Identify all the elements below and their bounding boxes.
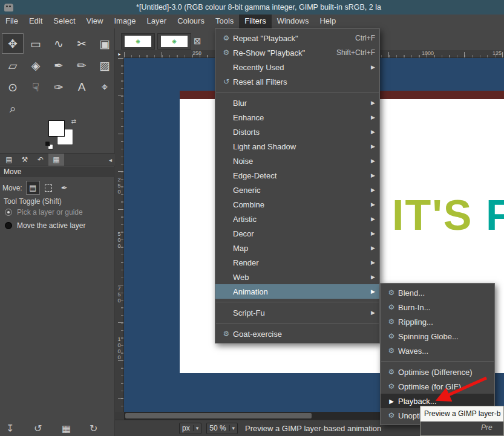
menu-item-label: Decor: [233, 229, 254, 238]
filters-menu-item-script-fu[interactable]: Script-Fu ▶: [215, 305, 379, 320]
tool-shear-button[interactable]: ▱: [2, 55, 24, 76]
ruler-label: 1000: [422, 50, 434, 56]
tool-move-button[interactable]: ✥: [2, 33, 24, 54]
filters-menu-item-animation[interactable]: Animation ▶: [215, 284, 379, 299]
submenu-arrow-icon: ▶: [371, 172, 375, 178]
menu-edit[interactable]: Edit: [24, 15, 48, 28]
menu-help[interactable]: Help: [314, 15, 341, 28]
filters-menu-item-reset[interactable]: ↺ Reset all Filters: [215, 74, 379, 89]
tool-colour-picker-button[interactable]: ⌖: [94, 77, 116, 97]
unit-select[interactable]: px ▾: [179, 423, 201, 434]
filters-menu-item-artistic[interactable]: Artistic ▶: [215, 212, 379, 226]
submenu-arrow-icon: ▶: [371, 230, 375, 236]
images-icon[interactable]: ▦: [56, 423, 83, 434]
filters-menu-item-reshow[interactable]: ⚙ Re-Show "Playback" Shift+Ctrl+F: [215, 45, 379, 60]
tool-paintbrush-button[interactable]: ✏: [71, 55, 93, 76]
tool-crop-button[interactable]: ▣: [94, 33, 116, 54]
menu-item-label: Render: [233, 258, 259, 267]
tool-ink-button[interactable]: ✒: [48, 55, 70, 76]
menu-view[interactable]: View: [81, 15, 109, 28]
image-tab-1[interactable]: ❋: [121, 33, 155, 50]
animation-menu-item-burn-in[interactable]: ⚙ Burn-In...: [381, 300, 494, 314]
filters-menu-item-enhance[interactable]: Enhance ▶: [215, 110, 379, 125]
tool-eraser-button[interactable]: ▨: [94, 55, 116, 76]
menu-tools[interactable]: Tools: [210, 15, 239, 28]
tool-rectangle-select-button[interactable]: ▭: [25, 33, 47, 54]
filters-menu-item-web[interactable]: Web ▶: [215, 270, 379, 284]
menu-filters[interactable]: Filters: [239, 15, 271, 28]
swap-colours-icon[interactable]: ⇄: [71, 118, 76, 125]
vertical-ruler[interactable]: 250 500 750 1000: [115, 58, 124, 412]
menu-file[interactable]: File: [0, 15, 24, 28]
radio-checked-icon[interactable]: [5, 209, 12, 216]
filters-menu-item-repeat[interactable]: ⚙ Repeat "Playback" Ctrl+F: [215, 31, 379, 45]
tool-clone-button[interactable]: ⊙: [2, 77, 24, 97]
dock-collapse-icon[interactable]: ◂: [109, 157, 112, 163]
chevron-down-icon[interactable]: ▾: [193, 425, 199, 431]
zoom-select[interactable]: 50 % ▾: [206, 423, 238, 434]
image-tab-2[interactable]: ❋: [157, 33, 191, 50]
tool-free-select-button[interactable]: ∿: [48, 33, 70, 54]
menu-item-label: Rippling...: [398, 317, 433, 327]
filters-menu-item-blur[interactable]: Blur ▶: [215, 96, 379, 110]
tool-scissors-select-button[interactable]: ✂: [71, 33, 93, 54]
filters-menu-item-recently-used[interactable]: Recently Used ▶: [215, 60, 379, 74]
dock-tab-tool-options[interactable]: ▤: [1, 154, 17, 166]
filters-menu-item-noise[interactable]: Noise ▶: [215, 154, 379, 168]
filters-menu-item-render[interactable]: Render ▶: [215, 255, 379, 270]
menu-item-label: Goat-exercise: [233, 330, 282, 339]
tool-zoom-button[interactable]: ⌕: [2, 99, 24, 119]
colour-swatches[interactable]: ⇄: [45, 118, 77, 151]
ruler-label: 500: [116, 231, 122, 249]
scroll-corner-button[interactable]: [115, 412, 124, 420]
submenu-arrow-icon: ▶: [371, 158, 375, 164]
dock-tab-images[interactable]: ▦: [48, 154, 64, 166]
scrollbar-handle[interactable]: [125, 413, 312, 418]
filters-menu-item-map[interactable]: Map ▶: [215, 241, 379, 255]
filters-menu-item-light-and-shadow[interactable]: Light and Shadow ▶: [215, 139, 379, 154]
menu-item-label: Re-Show "Playback": [233, 48, 305, 57]
save-icon[interactable]: ↧: [0, 423, 28, 434]
filters-menu-item-combine[interactable]: Combine ▶: [215, 197, 379, 212]
tool-paths-button[interactable]: ✑: [48, 77, 70, 97]
menu-windows[interactable]: Windows: [272, 15, 315, 28]
filters-menu-item-edge-detect[interactable]: Edge-Detect ▶: [215, 168, 379, 183]
animation-menu-item-spinning-globe[interactable]: ⚙ Spinning Globe...: [381, 329, 494, 343]
foreground-colour-swatch[interactable]: [48, 120, 65, 137]
tool-bucket-fill-button[interactable]: ◈: [25, 55, 47, 76]
menu-item-label: Distorts: [233, 128, 260, 137]
option-pick-layer[interactable]: Pick a layer or guide: [5, 208, 83, 216]
close-icon[interactable]: ⊠: [194, 36, 201, 47]
move-selection-button[interactable]: [42, 181, 56, 195]
menu-item-label: Combine: [233, 200, 264, 209]
undo-icon[interactable]: ↺: [28, 423, 56, 434]
menu-image[interactable]: Image: [108, 15, 141, 28]
tool-text-button[interactable]: A: [71, 77, 93, 97]
filters-menu-item-distorts[interactable]: Distorts ▶: [215, 125, 379, 139]
chevron-down-icon[interactable]: ▾: [229, 425, 235, 431]
animation-menu-item-rippling[interactable]: ⚙ Rippling...: [381, 314, 494, 329]
filters-menu-item-goat-exercise[interactable]: ⚙ Goat-exercise: [215, 327, 379, 341]
gear-icon: ⚙: [385, 303, 398, 311]
option-move-active-layer[interactable]: Move the active layer: [5, 221, 85, 230]
redo-icon[interactable]: ↻: [83, 423, 111, 434]
default-colours-icon[interactable]: [45, 141, 50, 146]
menu-item-label: Web: [233, 273, 249, 282]
move-layer-button[interactable]: ▤: [26, 181, 40, 195]
animation-menu-item-blend[interactable]: ⚙ Blend...: [381, 285, 494, 300]
filters-menu: ⚙ Repeat "Playback" Ctrl+F ⚙ Re-Show "Pl…: [215, 28, 380, 343]
radio-icon[interactable]: [5, 222, 12, 229]
headline-word-1: IT'S: [392, 192, 473, 239]
filters-menu-item-generic[interactable]: Generic ▶: [215, 183, 379, 197]
menu-colours[interactable]: Colours: [172, 15, 210, 28]
dock-tab-device-status[interactable]: ⚒: [17, 154, 33, 166]
menu-select[interactable]: Select: [48, 15, 80, 28]
menu-item-label: Waves...: [398, 347, 428, 356]
tool-smudge-button[interactable]: ☟: [25, 77, 47, 97]
title-bar: *[Untitled]-3.0 (RGB colour 8-bit gamma …: [0, 0, 504, 15]
dock-tab-undo-history[interactable]: ↶: [33, 154, 48, 166]
move-path-button[interactable]: ✒: [57, 181, 71, 195]
menu-layer[interactable]: Layer: [142, 15, 172, 28]
animation-menu-item-waves[interactable]: ⚙ Waves...: [381, 343, 494, 358]
filters-menu-item-decor[interactable]: Decor ▶: [215, 226, 379, 241]
